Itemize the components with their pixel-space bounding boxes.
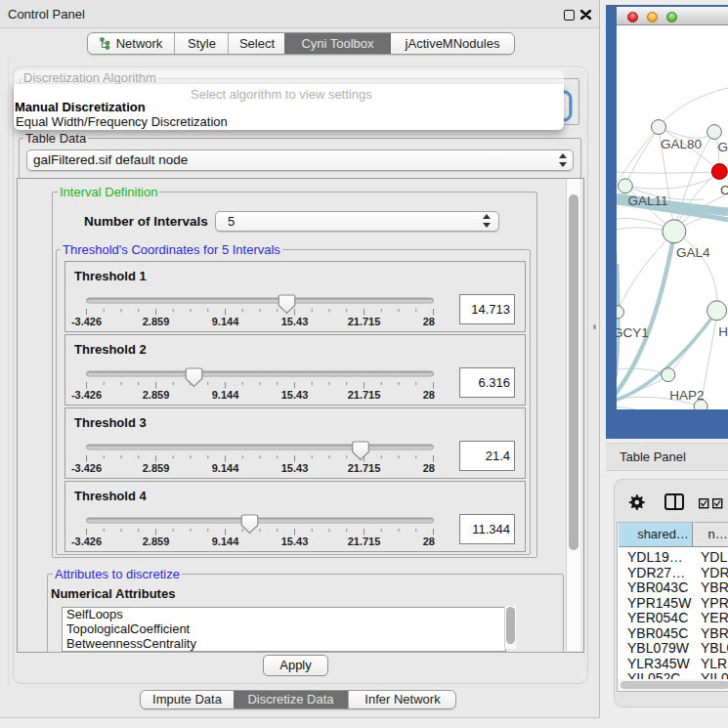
svg-text:-3.426: -3.426 xyxy=(71,389,102,401)
svg-text:15.43: 15.43 xyxy=(281,535,309,547)
svg-text:-3.426: -3.426 xyxy=(71,462,102,474)
svg-text:HAP2: HAP2 xyxy=(669,388,704,403)
svg-text:15.43: 15.43 xyxy=(281,316,309,327)
svg-text:2.859: 2.859 xyxy=(143,316,170,327)
svg-text:21.715: 21.715 xyxy=(348,316,381,327)
svg-text:21.715: 21.715 xyxy=(348,462,381,474)
svg-text:GCY1: GCY1 xyxy=(617,325,649,340)
svg-text:21.715: 21.715 xyxy=(348,535,381,547)
svg-text:GAL80: GAL80 xyxy=(661,137,702,151)
svg-text:2.859: 2.859 xyxy=(143,462,170,474)
svg-text:28: 28 xyxy=(423,316,435,327)
svg-text:9.144: 9.144 xyxy=(212,462,239,474)
svg-text:28: 28 xyxy=(423,535,435,547)
svg-text:15.43: 15.43 xyxy=(281,389,309,401)
svg-text:-3.426: -3.426 xyxy=(71,535,102,547)
svg-text:GAL4: GAL4 xyxy=(717,140,728,154)
svg-text:28: 28 xyxy=(423,462,435,474)
svg-text:21.715: 21.715 xyxy=(348,389,381,401)
svg-text:9.144: 9.144 xyxy=(212,389,239,401)
svg-text:-3.426: -3.426 xyxy=(71,316,102,327)
svg-text:2.859: 2.859 xyxy=(143,535,170,547)
svg-text:GAL4: GAL4 xyxy=(676,245,710,260)
svg-text:28: 28 xyxy=(423,389,435,401)
svg-text:CDC1: CDC1 xyxy=(720,183,728,197)
svg-text:9.144: 9.144 xyxy=(212,316,239,327)
svg-text:9.144: 9.144 xyxy=(212,535,239,547)
svg-text:15.43: 15.43 xyxy=(281,462,309,474)
svg-text:GAL11: GAL11 xyxy=(628,193,668,208)
svg-text:2.859: 2.859 xyxy=(143,389,170,401)
svg-text:HA: HA xyxy=(718,324,728,339)
